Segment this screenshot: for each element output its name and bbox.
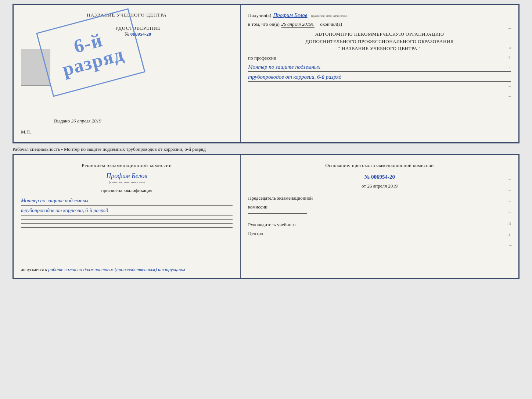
ot-date: от 26 апреля 2019: [248, 183, 511, 189]
predsedatel-block: Председатель экзаменационной комиссии: [248, 195, 511, 214]
empty-line-2: [21, 223, 233, 224]
top-cert-left: НАЗВАНИЕ УЧЕБНОГО ЦЕНТРА УДОСТОВЕРЕНИЕ №…: [14, 5, 241, 142]
empty-line-3: [21, 227, 233, 228]
udostoverenie-title: УДОСТОВЕРЕНИЕ: [43, 25, 233, 31]
vtom-line: в том, что он(а) 26 апреля 2019г. окончи…: [248, 21, 511, 28]
udostoverenie-block: УДОСТОВЕРЕНИЕ № 006954-20: [43, 25, 233, 37]
diagonal-stamp: 6-й разряд: [36, 8, 145, 97]
photo-placeholder: [21, 49, 50, 86]
bottom-cert-book: Решением экзаменационной комиссии Профим…: [12, 154, 520, 279]
osnovanie-title: Основание: протокол экзаменационной коми…: [248, 163, 511, 168]
rukovoditel-signature-line: [248, 240, 307, 240]
resheniem-title: Решением экзаменационной комиссии: [21, 163, 233, 168]
right-decorative-lines-bottom: – – – – и а ← – – – –: [508, 174, 513, 283]
page: НАЗВАНИЕ УЧЕБНОГО ЦЕНТРА УДОСТОВЕРЕНИЕ №…: [12, 4, 520, 279]
vydano-block: Выдано 26 апреля 2019: [54, 118, 101, 124]
separator-text: Рабочая специальность - Монтер по защите…: [12, 146, 520, 152]
bottom-cert-right: Основание: протокол экзаменационной коми…: [241, 155, 518, 278]
rukovoditel-block: Руководитель учебного Центра: [248, 221, 511, 240]
right-decorative-lines: – – и а ← – – – –: [508, 23, 513, 111]
bottom-name-handwritten: Профим Белов: [90, 172, 163, 180]
predsedatel-signature-line: [248, 213, 307, 214]
protocol-number: № 006954-20: [248, 174, 511, 180]
bottom-cert-left: Решением экзаменационной комиссии Профим…: [14, 155, 241, 278]
top-cert-book: НАЗВАНИЕ УЧЕБНОГО ЦЕНТРА УДОСТОВЕРЕНИЕ №…: [12, 4, 520, 143]
poluchil-line: Получил(а) Профим Белов (фамилия, имя, о…: [248, 12, 511, 19]
udostoverenie-number: № 006954-20: [43, 31, 233, 37]
kval-line1: Монтер по защите подземных: [21, 196, 233, 206]
empty-line-1: [21, 219, 233, 220]
kval-line2: трубопроводов от коррозии, 6-й разряд: [21, 206, 233, 215]
prisvoena-label: присвоена квалификация: [21, 188, 233, 193]
bottom-name-block: Профим Белов (фамилия, имя, отчество): [21, 172, 233, 184]
po-professii: по профессии: [248, 55, 511, 61]
top-cert-title: НАЗВАНИЕ УЧЕБНОГО ЦЕНТРА: [21, 12, 233, 18]
top-cert-right: Получил(а) Профим Белов (фамилия, имя, о…: [241, 5, 518, 142]
org-block: АВТОНОМНУЮ НЕКОММЕРЧЕСКУЮ ОРГАНИЗАЦИЮ ДО…: [248, 31, 511, 52]
professiya-line1: Монтер по защите подземных: [248, 63, 511, 72]
dopuskaetsya-block: допускается к работе согласно должностны…: [21, 267, 185, 272]
professiya-line2: трубопроводов от коррозии, 6-й разряд: [248, 72, 511, 82]
mp-label: М.П.: [21, 129, 31, 135]
